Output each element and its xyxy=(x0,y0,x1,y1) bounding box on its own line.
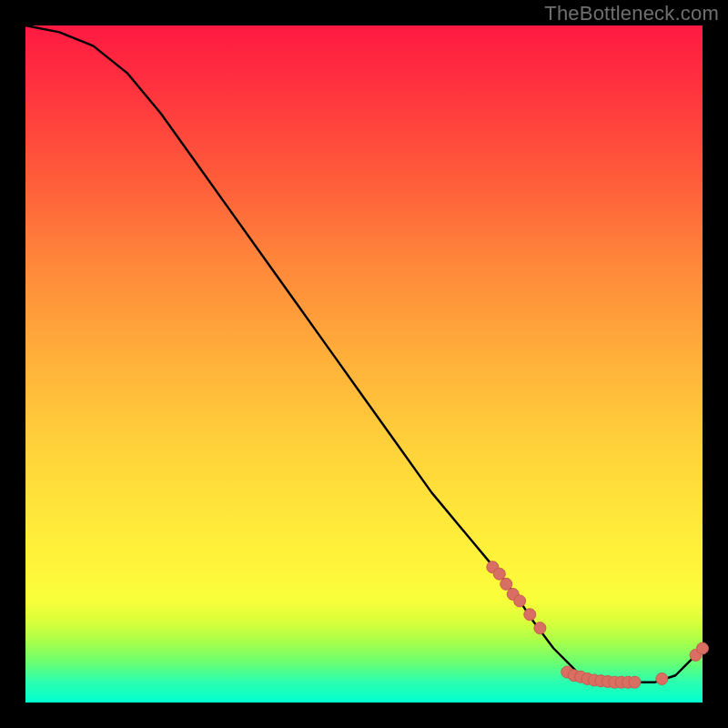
curve-marker xyxy=(500,578,512,590)
bottleneck-curve xyxy=(25,25,703,682)
plot-area xyxy=(25,25,703,703)
curve-marker xyxy=(514,595,526,607)
curve-marker xyxy=(493,568,505,580)
curve-svg xyxy=(25,25,703,703)
curve-marker xyxy=(534,622,546,634)
curve-marker xyxy=(629,676,641,688)
watermark-text: TheBottleneck.com xyxy=(544,2,719,25)
curve-marker xyxy=(524,609,536,621)
marker-layer xyxy=(487,561,709,688)
curve-marker xyxy=(656,672,668,684)
chart-frame: TheBottleneck.com xyxy=(0,0,728,728)
curve-marker xyxy=(697,642,709,654)
